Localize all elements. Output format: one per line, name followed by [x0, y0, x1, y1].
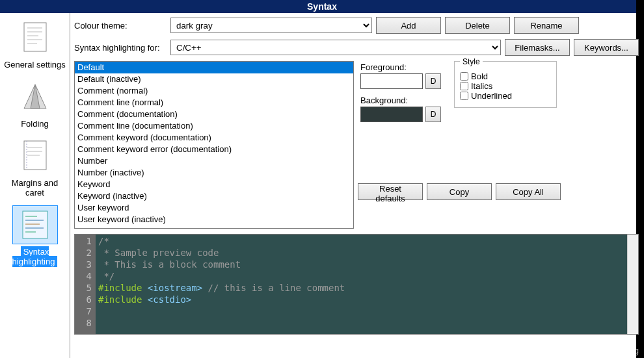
add-button[interactable]: Add	[376, 17, 441, 34]
lang-select[interactable]: C/C++	[170, 40, 501, 55]
background-default-button[interactable]: D	[425, 107, 441, 122]
list-item[interactable]: Number (inactive)	[75, 167, 353, 179]
italics-label: Italics	[471, 81, 492, 91]
foreground-default-button[interactable]: D	[425, 73, 441, 89]
style-legend: Style	[460, 57, 483, 66]
list-item[interactable]: Comment line (normal)	[75, 97, 353, 109]
list-item[interactable]: Keyword (inactive)	[75, 190, 353, 202]
theme-label: Colour theme:	[74, 21, 167, 31]
reset-defaults-button[interactable]: Reset defaults	[358, 183, 423, 200]
sidebar-label: Folding	[21, 119, 49, 129]
foreground-swatch[interactable]	[360, 73, 423, 89]
preview-scrollbar[interactable]	[627, 235, 638, 334]
sidebar-item-margins[interactable]: Margins and caret	[1, 134, 68, 203]
theme-select[interactable]: dark gray	[170, 18, 372, 33]
list-item[interactable]: Keyword	[75, 179, 353, 190]
list-item[interactable]: Default (inactive)	[75, 73, 353, 85]
sidebar-item-folding[interactable]: Folding	[1, 75, 68, 134]
svg-rect-0	[24, 23, 46, 51]
style-group: Style Bold Italics Underlined	[454, 61, 557, 108]
window-title: Syntax	[0, 0, 644, 13]
underlined-checkbox[interactable]	[460, 92, 468, 100]
list-item[interactable]: Comment keyword (documentation)	[75, 132, 353, 144]
syntax-element-list[interactable]: Default Default (inactive) Comment (norm…	[74, 61, 354, 229]
list-item[interactable]: Default	[75, 62, 353, 73]
watermark: https://blog.csdn.net/nyist_yangguang	[497, 346, 639, 355]
copy-all-button[interactable]: Copy All	[496, 183, 561, 200]
sidebar-label: Margins and caret	[12, 178, 59, 198]
syntax-icon	[12, 205, 58, 244]
sidebar-label: Syntax highlighting	[12, 246, 58, 267]
code-area: /* * Sample preview code * This is a blo…	[96, 235, 627, 334]
list-item[interactable]: Comment (normal)	[75, 85, 353, 97]
sidebar-item-general[interactable]: General settings	[1, 16, 68, 75]
copy-button[interactable]: Copy	[427, 183, 492, 200]
bold-label: Bold	[471, 71, 488, 81]
list-item[interactable]: Number	[75, 155, 353, 167]
rename-button[interactable]: Rename	[514, 17, 579, 34]
svg-rect-13	[23, 211, 47, 238]
delete-button[interactable]: Delete	[445, 17, 510, 34]
sidebar: General settings Folding Margins and car…	[0, 13, 70, 358]
underlined-label: Underlined	[471, 91, 512, 101]
list-item[interactable]: Comment keyword error (documentation)	[75, 144, 353, 155]
italics-checkbox[interactable]	[460, 82, 468, 90]
list-item[interactable]: Comment line (documentation)	[75, 120, 353, 132]
list-item[interactable]: Comment (documentation)	[75, 109, 353, 120]
sidebar-item-syntax[interactable]: Syntax highlighting	[1, 203, 68, 272]
lang-label: Syntax highlighting for:	[74, 43, 167, 53]
background-swatch[interactable]	[360, 107, 423, 122]
code-preview: 12345678 /* * Sample preview code * This…	[74, 234, 639, 335]
filemasks-button[interactable]: Filemasks...	[505, 39, 570, 56]
keywords-button[interactable]: Keywords...	[574, 39, 639, 56]
line-gutter: 12345678	[75, 235, 96, 334]
sidebar-label: General settings	[4, 60, 66, 70]
list-item[interactable]: User keyword (inactive)	[75, 214, 353, 225]
document-margin-icon	[12, 136, 58, 175]
bold-checkbox[interactable]	[460, 72, 468, 81]
document-icon	[12, 18, 58, 57]
list-item[interactable]: User keyword	[75, 202, 353, 214]
origami-icon	[12, 77, 58, 116]
